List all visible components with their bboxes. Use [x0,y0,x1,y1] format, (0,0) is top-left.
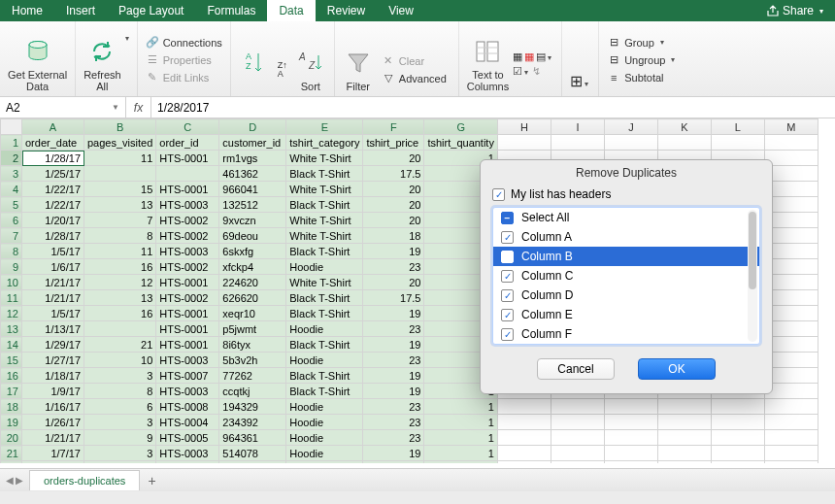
cell[interactable]: 224620 [219,275,286,290]
row-header[interactable]: 18 [1,399,22,415]
dialog-scrollbar[interactable] [748,210,757,342]
cell[interactable] [764,430,818,446]
cell[interactable] [551,135,604,151]
cell[interactable] [657,461,711,464]
cell[interactable]: 1/26/17 [22,415,84,430]
cell[interactable]: 1/5/17 [22,244,84,259]
chevron-down-icon[interactable]: ▾ [123,34,131,94]
cell[interactable] [657,399,711,415]
data-validation-button[interactable]: ☑▾ [513,65,530,78]
cell[interactable]: White T-Shirt [286,151,363,166]
column-row[interactable]: Column D [493,286,759,305]
cell[interactable]: 461362 [219,166,286,182]
cell[interactable]: 11 [84,151,156,166]
column-row[interactable]: Column F [493,324,759,344]
cell[interactable]: HTS-0001 [156,182,219,197]
cell[interactable] [84,321,156,337]
cell[interactable]: HTS-0002 [156,290,219,306]
sort-az-button[interactable]: AZ [237,46,272,94]
cell[interactable] [604,415,657,430]
consolidate-button[interactable]: ▤▾ [536,50,553,63]
cell[interactable]: 23 [363,399,424,415]
refresh-all-button[interactable]: Refresh All [82,34,123,94]
select-all-row[interactable]: Select All [493,208,759,227]
cell[interactable]: Black T-Shirt [286,337,363,353]
cell[interactable] [711,135,764,151]
cell[interactable]: HTS-0002 [156,259,219,275]
cell[interactable]: 1 [424,446,497,461]
cell[interactable]: 1/22/17 [22,182,84,197]
column-header[interactable]: M [764,119,818,135]
cell[interactable]: 3 [84,415,156,430]
cell[interactable]: HTS-0008 [156,399,219,415]
row-header[interactable]: 21 [1,446,22,461]
cell[interactable] [497,399,551,415]
column-header[interactable]: G [424,119,497,135]
cell[interactable]: 13 [84,197,156,213]
cell[interactable] [497,135,551,151]
cell[interactable]: HTS-0002 [156,228,219,244]
cell[interactable]: 1/7/17 [22,446,84,461]
cell[interactable] [551,446,604,461]
what-if-button[interactable]: ⊞▾ [570,72,590,90]
column-header[interactable]: F [363,119,424,135]
get-external-data-button[interactable]: Get External Data [6,34,69,94]
cell[interactable]: 1 [424,415,497,430]
column-row[interactable]: Column E [493,305,759,324]
cell[interactable]: 1/10/17 [22,461,84,464]
cell[interactable]: 966041 [219,182,286,197]
cancel-button[interactable]: Cancel [537,358,615,380]
column-header[interactable]: L [711,119,764,135]
cell[interactable] [497,461,551,464]
cell[interactable]: 23 [363,353,424,368]
cell[interactable] [711,446,764,461]
cell[interactable] [657,446,711,461]
select-all-checkbox[interactable] [501,212,514,224]
cell[interactable]: rzk240 [219,461,286,464]
share-button[interactable]: Share ▾ [757,0,835,21]
cell[interactable]: 1/29/17 [22,337,84,353]
cell[interactable]: 20 [363,213,424,228]
cell[interactable]: 1/21/17 [22,430,84,446]
cell[interactable] [711,399,764,415]
row-header[interactable]: 16 [1,368,22,384]
cell[interactable]: Hoodie [286,430,363,446]
row-header[interactable]: 19 [1,415,22,430]
group-button[interactable]: ⊟Group▾ [605,35,668,50]
cell[interactable]: 9xvczn [219,213,286,228]
cell[interactable]: 514078 [219,446,286,461]
cell[interactable]: 12 [84,275,156,290]
cell[interactable]: 23 [363,259,424,275]
cell[interactable]: Black T-Shirt [286,290,363,306]
cell[interactable]: HTS-0004 [156,415,219,430]
cell[interactable] [551,461,604,464]
column-header[interactable]: K [657,119,711,135]
edit-links-button[interactable]: ✎Edit Links [144,70,212,85]
cell[interactable]: HTS-0007 [156,368,219,384]
cell[interactable]: 1/5/17 [22,306,84,321]
row-header[interactable]: 1 [1,135,22,151]
cell[interactable]: HTS-0001 [156,337,219,353]
cell[interactable]: Black T-Shirt [286,306,363,321]
cell[interactable]: 17.5 [363,290,424,306]
cell[interactable]: Tennis Shirt [286,461,363,464]
cell[interactable]: 17.5 [363,166,424,182]
column-checkbox[interactable] [501,251,514,263]
select-all-cell[interactable] [1,119,22,135]
column-checkbox[interactable] [501,289,514,302]
cell[interactable]: HTS-0001 [156,306,219,321]
ok-button[interactable]: OK [638,358,716,380]
cell[interactable]: Hoodie [286,259,363,275]
cell[interactable]: 9 [84,430,156,446]
cell[interactable] [764,446,818,461]
cell[interactable]: 1/9/17 [22,384,84,399]
cell[interactable]: 3 [84,368,156,384]
row-header[interactable]: 15 [1,353,22,368]
cell[interactable]: 3 [84,446,156,461]
cell[interactable]: 15 [84,182,156,197]
cell[interactable]: HTS-0003 [156,197,219,213]
row-header[interactable]: 17 [1,384,22,399]
cell[interactable]: tshirt_category [286,135,363,151]
cell[interactable]: ccqtkj [219,384,286,399]
cell[interactable] [711,430,764,446]
